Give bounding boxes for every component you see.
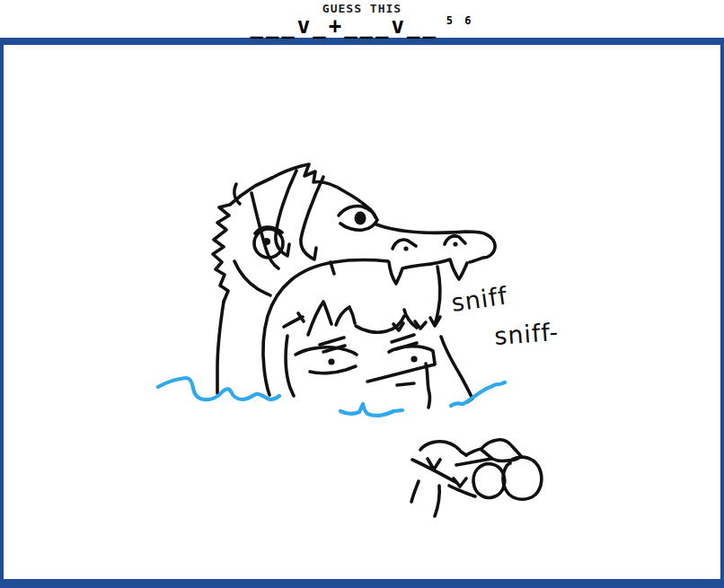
word-blanks: ___v_+___v__ (250, 15, 437, 37)
page-header: GUESS THIS ___v_+___v__ 5 6 (0, 0, 724, 38)
word-blanks-row: ___v_+___v__ 5 6 (250, 15, 473, 37)
word-length-hint: 5 6 (446, 15, 474, 26)
drawing-canvas-frame (0, 38, 724, 588)
